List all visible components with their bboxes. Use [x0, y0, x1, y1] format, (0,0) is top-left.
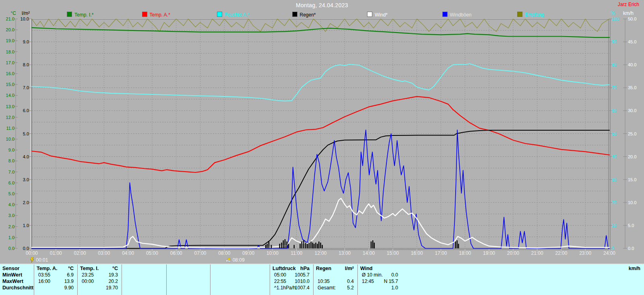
legend-label: Regen* — [300, 12, 316, 18]
wind-axis-label: 20.0 — [628, 155, 642, 159]
table-cell-value: 1010.0 — [272, 279, 310, 284]
x-axis-label: 20:00 — [504, 250, 522, 256]
x-axis-label: 03:00 — [95, 250, 113, 256]
wind-axis-label: 25.0 — [628, 132, 642, 136]
rain-axis-label: 2.0 — [17, 201, 29, 205]
pct-axis-label: 70 — [612, 86, 624, 90]
legend-item-tempi: Temp. I.* — [67, 11, 93, 16]
bolt-down-icon — [30, 257, 35, 263]
table-cell-value: 13.9 — [37, 279, 74, 284]
pct-axis-label: 20 — [612, 201, 624, 205]
legend-label: Temp. A.* — [150, 12, 170, 18]
table-col-unit: hPa — [272, 266, 310, 271]
temp-axis-label: 5.0 — [2, 192, 14, 196]
weather-chart — [0, 0, 644, 263]
event-marker: 08:09 — [225, 257, 244, 263]
wind-axis-label: 30.0 — [628, 109, 642, 113]
table-cell-value: 1005.7 — [272, 272, 310, 278]
rain-bar — [374, 243, 375, 248]
table-cell-value: 0.0 — [360, 272, 398, 278]
rain-axis-label: 6.0 — [17, 109, 29, 113]
rain-bar — [271, 245, 272, 248]
table-row-label: Sensor — [2, 266, 32, 271]
rain-bar — [318, 242, 320, 248]
rain-bar — [299, 244, 301, 248]
table-column-border — [313, 264, 314, 295]
series-temp_i — [32, 28, 609, 37]
stats-table: SensorMinWertMaxWertDurchschnittTemp. A.… — [0, 264, 644, 295]
wind-axis-label: 50.0 — [628, 17, 642, 21]
wind-axis-label: 35.0 — [628, 86, 642, 90]
temp-axis-label: 1.0 — [2, 236, 14, 240]
rain-bar — [320, 243, 321, 248]
table-column-border — [122, 264, 122, 295]
x-axis-label: 09:00 — [239, 250, 257, 256]
x-axis-label: 08:00 — [215, 250, 233, 256]
rain-axis-label: 1.0 — [17, 223, 29, 228]
temp-axis-label: 3.0 — [2, 213, 14, 218]
table-row-label: Durchschnitt — [2, 285, 32, 291]
wind-axis-label: 45.0 — [628, 40, 642, 44]
x-axis-label: 00:00 — [23, 250, 41, 256]
x-axis-label: 11:00 — [288, 250, 305, 256]
table-cell-value: 19.3 — [80, 272, 118, 278]
temp-axis-label: 18.0 — [2, 50, 14, 54]
x-axis-label: 06:00 — [167, 250, 185, 256]
rain-bar — [309, 243, 310, 248]
table-cell-time: Ø 10 min. — [362, 272, 640, 278]
x-axis-label: 15:00 — [384, 250, 402, 256]
temp-axis-label: 19.0 — [2, 39, 14, 43]
table-cell-value: 0.4 — [316, 279, 354, 284]
rain-bar — [288, 244, 289, 248]
temp-axis-label: 15.0 — [2, 82, 14, 87]
temp-axis-label: 2.0 — [2, 225, 14, 229]
x-axis-label: 02:00 — [71, 250, 89, 256]
legend-item-wind: Wind* — [367, 11, 388, 16]
temp-axis-label: 4.0 — [2, 203, 14, 207]
pct-axis-label: 100 — [612, 17, 624, 21]
legend-item-feuchtea: Feuchte A.* — [217, 11, 250, 16]
x-axis-label: 19:00 — [480, 250, 498, 256]
temp-axis-label: 20.0 — [2, 28, 14, 32]
rain-bar — [371, 242, 372, 248]
wind-axis-label: 40.0 — [628, 63, 642, 67]
rain-bar — [287, 242, 288, 248]
legend-swatch-icon — [517, 12, 522, 17]
table-cell-time: 12:45 — [362, 279, 640, 284]
rain-axis-label: 9.0 — [17, 40, 29, 44]
event-marker-time: 08:09 — [231, 257, 244, 263]
temp-axis-label: 6.0 — [2, 181, 14, 185]
pct-axis-label: 10 — [612, 223, 624, 228]
rain-bar — [301, 242, 303, 248]
rain-bar — [279, 244, 281, 248]
table-cell-value: 6.9 — [37, 272, 74, 278]
rain-bar — [267, 244, 268, 248]
table-row-label: MaxWert — [2, 279, 32, 284]
temp-axis-label: 21.0 — [2, 17, 14, 21]
temp-axis-label: 10.0 — [2, 137, 14, 141]
legend-swatch-icon — [142, 12, 147, 17]
pct-axis-label: 50 — [612, 132, 624, 136]
rain-axis-label: 3.0 — [17, 178, 29, 182]
table-cell-value: 1.0 — [360, 285, 398, 291]
x-axis-label: 16:00 — [408, 250, 426, 256]
x-axis-label: 24:00 — [601, 250, 618, 256]
x-axis-label: 12:00 — [312, 250, 330, 256]
table-column-border — [357, 264, 358, 295]
rain-bar — [312, 243, 314, 248]
rain-bar — [265, 245, 266, 248]
legend-label: Windböen — [450, 12, 472, 18]
sun-cloud-icon — [225, 257, 231, 263]
legend-item-regen: Regen* — [292, 11, 316, 16]
rain-bar — [285, 239, 286, 248]
x-axis-label: 05:00 — [143, 250, 161, 256]
table-col-unit: °C — [37, 266, 74, 271]
x-axis-label: 01:00 — [47, 250, 65, 256]
rain-bar — [372, 240, 374, 248]
table-column-border — [270, 264, 270, 295]
rain-bar — [303, 240, 304, 248]
x-axis-label: 17:00 — [432, 250, 450, 256]
rain-bar — [268, 242, 270, 248]
pct-axis-label: 60 — [612, 109, 624, 113]
table-column-border — [166, 264, 167, 295]
